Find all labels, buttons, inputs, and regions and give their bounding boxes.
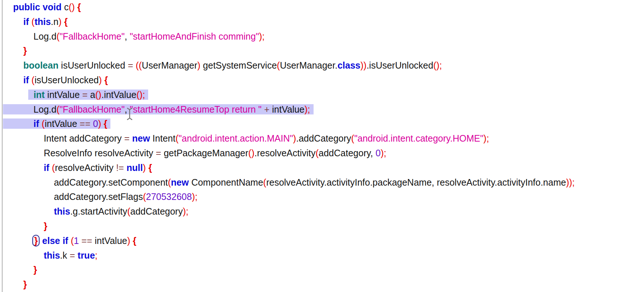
code-line: } xyxy=(3,277,644,292)
code-line: if (resolveActivity != null) { xyxy=(3,161,644,175)
code-line: } else if (1 == intValue) { xyxy=(3,234,644,248)
code-editor[interactable]: public void c() { if (this.n) { Log.d("F… xyxy=(3,0,644,292)
code-line: if (this.n) { xyxy=(3,15,644,29)
editor-left-border xyxy=(2,0,3,292)
code-line: Log.d("FallbackHome", "startHome4ResumeT… xyxy=(3,102,644,117)
matched-bracket-highlight: } xyxy=(32,235,40,247)
selection-highlight: if (intValue == 0) { xyxy=(3,118,110,129)
code-line: ResolveInfo resolveActivity = getPackage… xyxy=(3,146,644,161)
code-line: Log.d("FallbackHome", "startHomeAndFinis… xyxy=(3,29,644,44)
selection-highlight: int intValue = a().intValue(); xyxy=(28,90,148,100)
code-line: if (isUserUnlocked) { xyxy=(3,73,644,88)
selection-highlight: Log.d("FallbackHome", "startHome4ResumeT… xyxy=(3,104,314,114)
code-line: addCategory.setFlags(270532608); xyxy=(3,190,644,204)
code-line: if (intValue == 0) { xyxy=(3,117,644,131)
code-line: addCategory.setComponent(new ComponentNa… xyxy=(3,175,644,190)
code-line: } xyxy=(3,219,644,234)
code-line: boolean isUserUnlocked = ((UserManager) … xyxy=(3,58,644,73)
code-line: this.k = true; xyxy=(3,248,644,263)
code-line: this.g.startActivity(addCategory); xyxy=(3,204,644,219)
code-line: Intent addCategory = new Intent("android… xyxy=(3,131,644,146)
ibeam-cursor-icon xyxy=(127,107,133,121)
code-line: int intValue = a().intValue(); xyxy=(3,88,644,102)
code-line: } xyxy=(3,44,644,58)
code-line: } xyxy=(3,263,644,277)
code-line: public void c() { xyxy=(3,0,644,15)
